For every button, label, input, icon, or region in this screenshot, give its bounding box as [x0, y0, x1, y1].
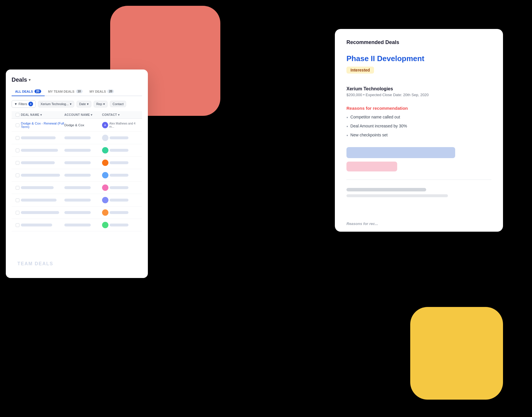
table-row [12, 157, 142, 169]
deals-title-chevron-icon: ▾ [29, 78, 30, 82]
contact-header[interactable]: CONTACT ▾ [102, 113, 140, 117]
row-checkbox[interactable] [16, 161, 19, 165]
recommended-deals-title: Recommended Deals [346, 39, 491, 45]
skeleton-account [64, 174, 91, 177]
row-checkbox[interactable] [16, 136, 19, 140]
skeleton-deal-name [21, 186, 54, 189]
skeleton-contact [110, 224, 128, 226]
reasons-title: Reasons for recommendation [346, 106, 491, 111]
reason-item: • Competitor name called out [346, 115, 491, 121]
skeleton-contact [110, 161, 128, 164]
deals-list-card: Deals ▾ ALL DEALS 20 MY TEAM DEALS 10 MY… [6, 70, 148, 278]
bullet-icon: • [346, 115, 348, 121]
skeleton-avatar [102, 135, 108, 141]
close-date-label: Expected Close Date: [366, 93, 402, 97]
primary-action-button-skeleton[interactable] [346, 147, 455, 158]
table-header: DEAL NAME ▾ ACCOUNT NAME ▾ CONTACT ▾ [12, 111, 142, 119]
deals-tabs-row: ALL DEALS 20 MY TEAM DEALS 10 MY DEALS 2… [12, 87, 142, 96]
filters-button[interactable]: ▼ Filters 3 [12, 100, 36, 108]
skeleton-contact [110, 174, 128, 177]
reason-text: Competitor name called out [351, 115, 400, 119]
row-checkbox[interactable] [16, 173, 19, 177]
skeleton-contact [110, 211, 128, 214]
skeleton-avatar [102, 222, 108, 228]
filter-chip-account[interactable]: Xerium Technolog... ▾ [38, 101, 74, 107]
table-row [12, 206, 142, 219]
skeleton-account [64, 224, 91, 226]
table-row [12, 194, 142, 206]
row-checkbox[interactable] [16, 149, 19, 152]
section-divider [346, 180, 491, 180]
row-checkbox[interactable] [16, 198, 19, 202]
deal-name-link[interactable]: Dodge & Cox - Renewal (Full Term) [21, 122, 64, 129]
skeleton-deal-name [21, 136, 56, 139]
bullet-icon: • [346, 124, 348, 130]
bullet-icon: • [346, 133, 348, 139]
all-deals-badge: 20 [35, 89, 41, 93]
filter-chip-date[interactable]: Date ▾ [77, 101, 91, 107]
skeleton-avatar [102, 209, 108, 216]
skeleton-contact [110, 186, 128, 189]
skeleton-avatar [102, 184, 108, 191]
deal-name-header[interactable]: DEAL NAME ▾ [21, 113, 64, 117]
sort-icon: ▾ [91, 113, 92, 116]
my-team-deals-badge: 10 [76, 89, 83, 93]
sort-icon: ▾ [118, 113, 120, 116]
chevron-down-icon: ▾ [70, 102, 72, 106]
skeleton-deal-name [21, 174, 60, 177]
separator: • [363, 93, 366, 97]
row-checkbox[interactable] [16, 123, 19, 127]
skeleton-account [64, 136, 91, 139]
skeleton-account [64, 199, 91, 202]
sort-icon: ▾ [40, 113, 42, 116]
row-checkbox[interactable] [16, 211, 19, 215]
skeleton-deal-name [21, 149, 58, 152]
skeleton-avatar [102, 160, 108, 166]
skeleton-deal-name [21, 161, 55, 164]
yellow-decorative-shape [410, 307, 503, 400]
secondary-action-button-skeleton[interactable] [346, 162, 397, 171]
skeleton-avatar [102, 172, 108, 178]
skeleton-contact [110, 199, 128, 202]
account-name-cell: Dodge & Cox [64, 123, 102, 127]
deal-name-heading: Phase II Development [346, 54, 491, 63]
action-buttons-area [346, 147, 491, 171]
select-all-checkbox[interactable] [16, 113, 19, 117]
scene: Deals ▾ ALL DEALS 20 MY TEAM DEALS 10 MY… [0, 0, 532, 417]
skeleton-avatar [102, 147, 108, 153]
skeleton-avatar [102, 197, 108, 203]
skeleton-account [64, 149, 91, 152]
table-row [12, 132, 142, 144]
tab-all-deals[interactable]: ALL DEALS 20 [12, 87, 45, 96]
tab-my-team-deals[interactable]: MY TEAM DEALS 10 [45, 87, 86, 96]
deals-card-title[interactable]: Deals ▾ [12, 76, 142, 83]
skeleton-account [64, 211, 91, 214]
skeleton-deal-name [21, 199, 57, 202]
filter-count-badge: 3 [28, 102, 33, 106]
footer-label: Reasons for rec... [346, 222, 378, 226]
tab-my-deals[interactable]: MY DEALS 20 [86, 87, 118, 96]
avatar: A [102, 122, 108, 128]
company-name: Xerium Technologies [346, 86, 491, 92]
my-deals-badge: 20 [107, 89, 114, 93]
bottom-skeleton-bar-1 [346, 188, 426, 191]
filter-chip-rep[interactable]: Rep ▾ [94, 101, 108, 107]
table-body: Dodge & Cox - Renewal (Full Term) Dodge … [12, 119, 142, 231]
deals-title-text: Deals [12, 76, 27, 83]
deal-amount: $200,000 [346, 93, 362, 97]
skeleton-account [64, 161, 91, 164]
skeleton-deal-name [21, 211, 59, 214]
chevron-down-icon: ▾ [103, 102, 105, 106]
row-checkbox[interactable] [16, 186, 19, 190]
filter-chip-contact[interactable]: Contact [110, 101, 126, 107]
row-checkbox[interactable] [16, 223, 19, 227]
skeleton-contact [110, 136, 128, 139]
table-row [12, 182, 142, 194]
reason-item: • Deal Amount increased by 30% [346, 124, 491, 130]
filter-icon: ▼ [14, 102, 17, 106]
status-badge: Interested [346, 67, 374, 74]
reason-item: • New checkpoints set [346, 133, 491, 139]
recommended-deals-card: Recommended Deals Phase II Development I… [335, 29, 503, 232]
account-name-header[interactable]: ACCOUNT NAME ▾ [64, 113, 102, 117]
team-deals-label: TEAM DEALS [17, 261, 53, 266]
